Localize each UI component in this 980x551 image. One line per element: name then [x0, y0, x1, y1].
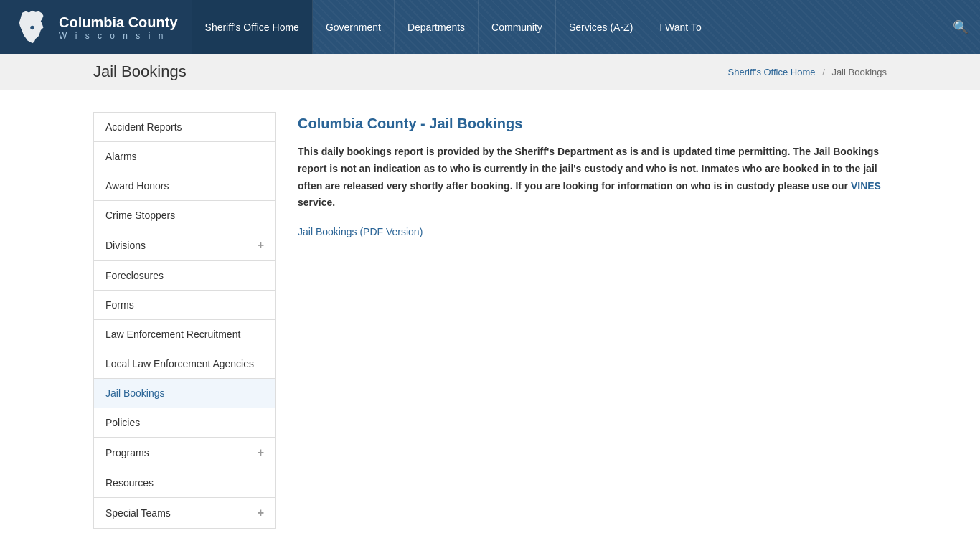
breadcrumb-bar: Jail Bookings Sheriff's Office Home / Ja…: [0, 54, 980, 90]
sidebar-item-label: Local Law Enforcement Agencies: [105, 358, 254, 369]
vines-link[interactable]: VINES: [851, 180, 881, 192]
sidebar-item-label: Foreclosures: [105, 270, 164, 281]
breadcrumb-home-link[interactable]: Sheriff's Office Home: [728, 67, 816, 77]
search-button[interactable]: 🔍: [941, 0, 980, 54]
expand-icon: +: [258, 239, 264, 252]
sidebar-item-jail-bookings[interactable]: Jail Bookings: [93, 379, 276, 408]
expand-icon: +: [258, 446, 264, 459]
sidebar-item-label: Special Teams: [105, 507, 171, 519]
sidebar-item-label: Alarms: [105, 151, 137, 162]
nav-item-services[interactable]: Services (A-Z): [556, 0, 646, 54]
main-nav: Sheriff's Office HomeGovernmentDepartmen…: [192, 0, 980, 54]
sidebar-item-foreclosures[interactable]: Foreclosures: [93, 261, 276, 291]
nav-item-i-want-to[interactable]: I Want To: [646, 0, 715, 54]
logo-subtitle: W i s c o n s i n: [59, 31, 178, 41]
logo-title: Columbia County: [59, 14, 178, 31]
sidebar-item-label: Divisions: [105, 240, 146, 251]
nav-item-government[interactable]: Government: [313, 0, 395, 54]
sidebar-item-label: Resources: [105, 477, 154, 489]
breadcrumb-separator: /: [822, 67, 825, 77]
pdf-link[interactable]: Jail Bookings (PDF Version): [298, 226, 423, 237]
wi-state-icon: [14, 9, 50, 45]
nav-item-departments[interactable]: Departments: [395, 0, 479, 54]
logo-text: Columbia County W i s c o n s i n: [59, 14, 178, 41]
nav-item-community[interactable]: Community: [479, 0, 556, 54]
sidebar-item-alarms[interactable]: Alarms: [93, 142, 276, 171]
sidebar-item-policies[interactable]: Policies: [93, 408, 276, 438]
sidebar-item-label: Forms: [105, 299, 134, 311]
search-icon: 🔍: [953, 19, 969, 35]
sidebar-item-divisions[interactable]: Divisions+: [93, 230, 276, 261]
breadcrumb-current: Jail Bookings: [831, 67, 887, 77]
sidebar-item-local-law-enforcement[interactable]: Local Law Enforcement Agencies: [93, 349, 276, 379]
sidebar-item-label: Jail Bookings: [105, 387, 165, 399]
content-title: Columbia County - Jail Bookings: [298, 116, 887, 132]
sidebar-item-forms[interactable]: Forms: [93, 291, 276, 320]
page-title: Jail Bookings: [93, 62, 187, 81]
main-container: Accident ReportsAlarmsAward HonorsCrime …: [0, 90, 980, 550]
sidebar-item-label: Policies: [105, 417, 140, 428]
svg-point-0: [30, 25, 34, 29]
sidebar-item-special-teams[interactable]: Special Teams+: [93, 498, 276, 529]
sidebar-item-label: Accident Reports: [105, 121, 182, 133]
breadcrumb: Sheriff's Office Home / Jail Bookings: [728, 67, 887, 77]
sidebar-item-law-enforcement-recruitment[interactable]: Law Enforcement Recruitment: [93, 320, 276, 349]
content-description-suffix: service.: [298, 197, 335, 208]
sidebar-item-accident-reports[interactable]: Accident Reports: [93, 112, 276, 142]
sidebar-item-crime-stoppers[interactable]: Crime Stoppers: [93, 201, 276, 230]
sidebar-item-label: Programs: [105, 447, 149, 458]
sidebar-item-label: Crime Stoppers: [105, 209, 175, 221]
sidebar-item-label: Award Honors: [105, 180, 169, 192]
sidebar: Accident ReportsAlarmsAward HonorsCrime …: [93, 112, 276, 529]
content-description: This daily bookings report is provided b…: [298, 143, 887, 212]
sidebar-item-programs[interactable]: Programs+: [93, 438, 276, 468]
logo-area[interactable]: Columbia County W i s c o n s i n: [0, 0, 192, 54]
content-description-text: This daily bookings report is provided b…: [298, 146, 879, 192]
sidebar-item-resources[interactable]: Resources: [93, 468, 276, 498]
sidebar-item-label: Law Enforcement Recruitment: [105, 329, 240, 340]
site-header: Columbia County W i s c o n s i n Sherif…: [0, 0, 980, 54]
expand-icon: +: [258, 507, 264, 519]
content-area: Columbia County - Jail Bookings This dai…: [298, 112, 887, 237]
sidebar-item-award-honors[interactable]: Award Honors: [93, 171, 276, 201]
nav-item-sheriffs-home[interactable]: Sheriff's Office Home: [192, 0, 313, 54]
